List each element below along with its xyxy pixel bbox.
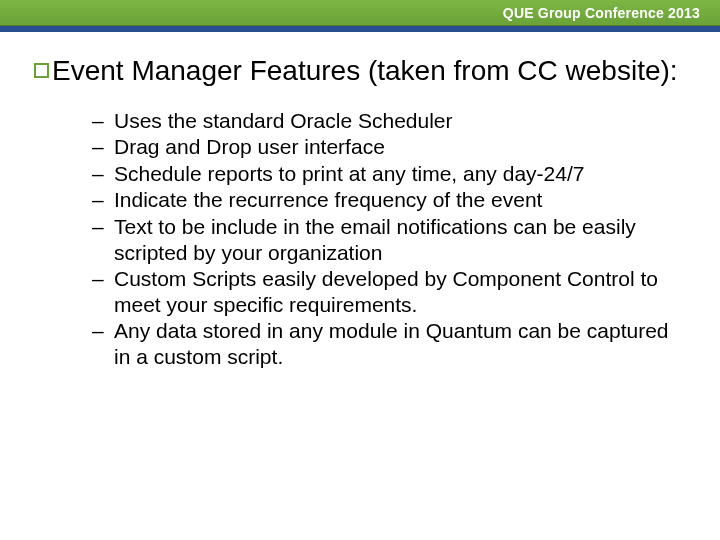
- list-item: Uses the standard Oracle Scheduler: [92, 108, 686, 134]
- slide-title: Event Manager Features (taken from CC we…: [52, 54, 678, 88]
- square-bullet-icon: [34, 63, 49, 78]
- list-item: Custom Scripts easily developed by Compo…: [92, 266, 686, 317]
- list-item: Indicate the recurrence frequency of the…: [92, 187, 686, 213]
- bullet-list: Uses the standard Oracle Scheduler Drag …: [34, 108, 686, 370]
- header-bar: QUE Group Conference 2013: [0, 0, 720, 26]
- list-item: Drag and Drop user interface: [92, 134, 686, 160]
- header-brand: QUE Group Conference 2013: [503, 5, 700, 21]
- list-item: Schedule reports to print at any time, a…: [92, 161, 686, 187]
- list-item: Text to be include in the email notifica…: [92, 214, 686, 265]
- title-row: Event Manager Features (taken from CC we…: [34, 54, 686, 88]
- slide-content: Event Manager Features (taken from CC we…: [0, 32, 720, 370]
- list-item: Any data stored in any module in Quantum…: [92, 318, 686, 369]
